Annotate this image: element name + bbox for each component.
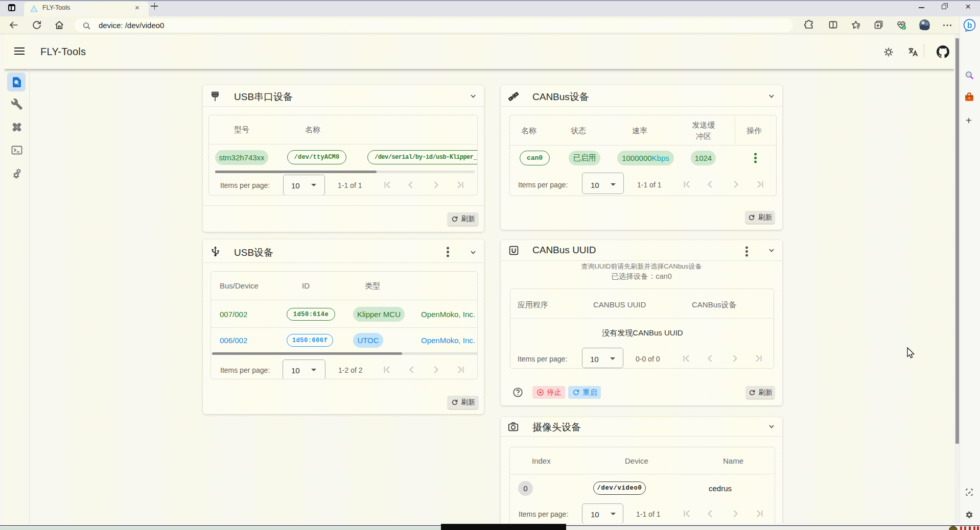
- svg-text:b: b: [967, 21, 972, 30]
